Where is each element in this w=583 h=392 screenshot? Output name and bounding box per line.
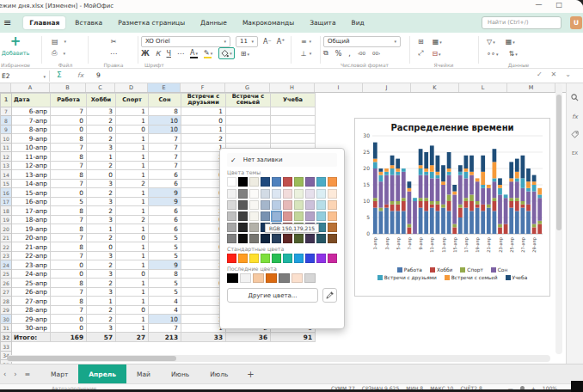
bold-button[interactable]: Ж	[141, 50, 150, 58]
date-cell[interactable]: 28-апр	[12, 305, 51, 315]
date-cell[interactable]: 21-апр	[12, 242, 51, 252]
value-cell[interactable]: 1	[116, 143, 149, 152]
value-cell[interactable]	[271, 125, 316, 134]
date-cell[interactable]: 29-апр	[12, 315, 51, 324]
standard-color-swatch[interactable]	[294, 254, 304, 263]
value-cell[interactable]: 2	[87, 161, 116, 170]
tint-color-swatch[interactable]	[305, 211, 315, 221]
more-formats-icon[interactable]: ⋯	[177, 50, 184, 58]
date-cell[interactable]: 27-апр	[12, 297, 51, 306]
row-number[interactable]: 15	[1, 179, 12, 188]
value-cell[interactable]: 6	[149, 170, 181, 180]
sheet-tab-Май[interactable]: Май	[126, 364, 161, 383]
row-number[interactable]: 29	[1, 305, 12, 315]
value-cell[interactable]: 1	[116, 242, 149, 252]
standard-color-swatch[interactable]	[316, 254, 326, 263]
value-cell[interactable]: 1	[116, 260, 149, 270]
value-cell[interactable]: 6	[149, 215, 181, 224]
theme-color-swatch[interactable]	[272, 177, 281, 187]
row-number[interactable]: 13	[1, 161, 12, 170]
value-cell[interactable]: 9	[149, 260, 181, 270]
row-number[interactable]: 26	[1, 279, 12, 288]
tint-color-swatch[interactable]	[227, 200, 236, 210]
value-cell[interactable]: 5	[149, 279, 181, 288]
value-cell[interactable]: 2	[87, 233, 116, 242]
number-format-select[interactable]: Общий▾	[323, 36, 401, 47]
date-cell[interactable]: 17-апр	[12, 206, 51, 216]
column-header-K[interactable]: K	[411, 83, 459, 92]
tint-color-swatch[interactable]	[261, 211, 270, 221]
recent-color-swatch[interactable]	[240, 273, 251, 283]
value-cell[interactable]: 3	[87, 215, 116, 224]
tint-color-swatch[interactable]	[272, 234, 281, 243]
row-number[interactable]: 25	[1, 269, 12, 279]
menu-tab-2[interactable]: Вставка	[69, 16, 108, 29]
menu-tab-1[interactable]: Главная	[23, 16, 65, 29]
column-header-E[interactable]: E	[148, 83, 181, 92]
value-cell[interactable]: 1	[116, 297, 149, 306]
value-cell[interactable]: 7	[51, 143, 87, 152]
standard-color-swatch[interactable]	[305, 254, 315, 263]
font-color-icon[interactable]: A▾	[190, 49, 198, 58]
confirm-icon[interactable]: ✓	[537, 70, 543, 78]
value-cell[interactable]: 2	[87, 188, 116, 198]
date-cell[interactable]: 15-апр	[12, 188, 51, 198]
column-header-A[interactable]: A	[11, 83, 50, 92]
horizontal-scroll-thumb[interactable]	[7, 356, 176, 361]
next-sheet-icon[interactable]: ›	[14, 371, 16, 378]
column-title[interactable]: Учеба	[271, 94, 316, 107]
no-fill-option[interactable]: ✓ Нет заливки	[227, 153, 337, 167]
tint-color-swatch[interactable]	[249, 234, 259, 243]
tint-color-swatch[interactable]	[261, 200, 270, 210]
value-cell[interactable]: 4	[149, 297, 181, 306]
value-cell[interactable]: 0	[116, 233, 149, 242]
recent-color-swatch[interactable]	[292, 273, 303, 283]
value-cell[interactable]: 0	[51, 188, 87, 198]
value-cell[interactable]: 0	[181, 116, 226, 126]
value-cell[interactable]: 1	[181, 125, 226, 134]
value-cell[interactable]: 6	[149, 206, 181, 216]
value-cell[interactable]: 3	[87, 143, 116, 152]
tint-color-swatch[interactable]	[238, 234, 248, 243]
menu-tab-3[interactable]: Разметка страницы	[112, 16, 191, 29]
empty-cell[interactable]	[12, 342, 316, 352]
tint-color-swatch[interactable]	[249, 189, 259, 199]
prev-sheet-icon[interactable]: ‹	[3, 371, 6, 378]
recent-color-swatch[interactable]	[253, 273, 264, 283]
date-cell[interactable]: 25-апр	[12, 279, 51, 288]
value-cell[interactable]: 3	[87, 251, 116, 260]
format-table-icon[interactable]: ▦▾	[433, 38, 442, 46]
value-cell[interactable]: 7	[51, 287, 87, 297]
column-title[interactable]: Сон	[149, 94, 181, 107]
column-title[interactable]: Встречи с друзьями	[181, 94, 226, 107]
tint-color-swatch[interactable]	[305, 189, 315, 199]
row-number[interactable]: 10	[1, 134, 12, 144]
print-icon[interactable]: ⎙	[52, 49, 57, 58]
value-cell[interactable]: 3	[87, 269, 116, 279]
value-cell[interactable]: 7	[149, 161, 181, 170]
horizontal-scrollbar[interactable]	[7, 355, 550, 362]
menu-tab-7[interactable]: Вид	[346, 16, 371, 29]
menu-tab-5[interactable]: Макрокоманды	[236, 16, 300, 29]
more-icon[interactable]: ⋯	[110, 50, 117, 58]
value-cell[interactable]: 8	[51, 279, 87, 288]
theme-color-swatch[interactable]	[294, 177, 304, 187]
merge-cells-icon[interactable]: ⧉	[323, 49, 328, 58]
date-cell[interactable]: 23-апр	[12, 260, 51, 270]
value-cell[interactable]: 0	[51, 116, 87, 126]
tint-color-swatch[interactable]	[294, 211, 304, 221]
standard-color-swatch[interactable]	[227, 254, 236, 263]
cancel-icon[interactable]: ✕	[551, 70, 557, 78]
borders-icon[interactable]: ⊞▾	[241, 50, 249, 58]
column-header-G[interactable]: G	[225, 83, 270, 92]
filter-icon[interactable]: ▽▾	[487, 38, 495, 46]
vertical-scroll-thumb[interactable]	[556, 95, 562, 230]
save-icon[interactable]: ▤	[52, 38, 58, 46]
value-cell[interactable]: 3	[87, 197, 116, 206]
row-number[interactable]: 31	[1, 323, 12, 333]
value-cell[interactable]: 0	[87, 125, 116, 134]
comma-icon[interactable]: ,	[348, 50, 351, 58]
menu-tab-6[interactable]: Защита	[304, 16, 341, 29]
row-number[interactable]: 21	[1, 233, 12, 242]
value-cell[interactable]: 8	[149, 107, 181, 116]
